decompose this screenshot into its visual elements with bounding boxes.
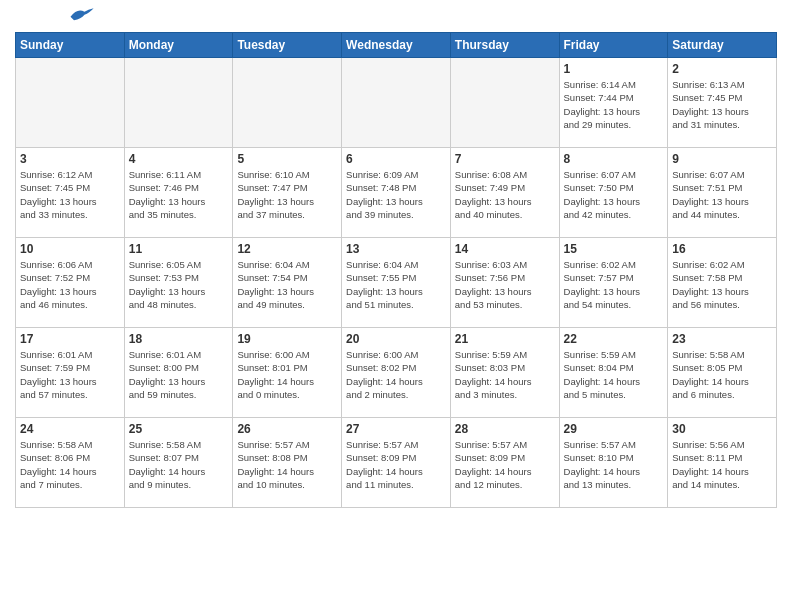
day-info: Sunrise: 5:57 AM Sunset: 8:09 PM Dayligh…	[346, 438, 446, 491]
calendar-cell: 6Sunrise: 6:09 AM Sunset: 7:48 PM Daylig…	[342, 148, 451, 238]
calendar-cell	[450, 58, 559, 148]
calendar-cell	[342, 58, 451, 148]
calendar-cell: 8Sunrise: 6:07 AM Sunset: 7:50 PM Daylig…	[559, 148, 668, 238]
day-info: Sunrise: 5:57 AM Sunset: 8:08 PM Dayligh…	[237, 438, 337, 491]
day-info: Sunrise: 6:03 AM Sunset: 7:56 PM Dayligh…	[455, 258, 555, 311]
calendar-cell: 17Sunrise: 6:01 AM Sunset: 7:59 PM Dayli…	[16, 328, 125, 418]
day-number: 30	[672, 422, 772, 436]
calendar-cell: 25Sunrise: 5:58 AM Sunset: 8:07 PM Dayli…	[124, 418, 233, 508]
day-info: Sunrise: 6:04 AM Sunset: 7:55 PM Dayligh…	[346, 258, 446, 311]
day-info: Sunrise: 5:58 AM Sunset: 8:05 PM Dayligh…	[672, 348, 772, 401]
week-row: 1Sunrise: 6:14 AM Sunset: 7:44 PM Daylig…	[16, 58, 777, 148]
calendar-cell: 18Sunrise: 6:01 AM Sunset: 8:00 PM Dayli…	[124, 328, 233, 418]
day-number: 5	[237, 152, 337, 166]
day-info: Sunrise: 6:00 AM Sunset: 8:01 PM Dayligh…	[237, 348, 337, 401]
calendar-cell: 30Sunrise: 5:56 AM Sunset: 8:11 PM Dayli…	[668, 418, 777, 508]
day-info: Sunrise: 6:08 AM Sunset: 7:49 PM Dayligh…	[455, 168, 555, 221]
calendar-cell: 27Sunrise: 5:57 AM Sunset: 8:09 PM Dayli…	[342, 418, 451, 508]
day-number: 7	[455, 152, 555, 166]
day-info: Sunrise: 6:07 AM Sunset: 7:50 PM Dayligh…	[564, 168, 664, 221]
week-row: 3Sunrise: 6:12 AM Sunset: 7:45 PM Daylig…	[16, 148, 777, 238]
calendar-day-header: Friday	[559, 33, 668, 58]
day-info: Sunrise: 5:59 AM Sunset: 8:03 PM Dayligh…	[455, 348, 555, 401]
day-number: 6	[346, 152, 446, 166]
calendar-day-header: Tuesday	[233, 33, 342, 58]
week-row: 24Sunrise: 5:58 AM Sunset: 8:06 PM Dayli…	[16, 418, 777, 508]
day-number: 15	[564, 242, 664, 256]
calendar-cell: 12Sunrise: 6:04 AM Sunset: 7:54 PM Dayli…	[233, 238, 342, 328]
calendar-day-header: Thursday	[450, 33, 559, 58]
day-number: 3	[20, 152, 120, 166]
calendar-cell: 2Sunrise: 6:13 AM Sunset: 7:45 PM Daylig…	[668, 58, 777, 148]
day-info: Sunrise: 5:59 AM Sunset: 8:04 PM Dayligh…	[564, 348, 664, 401]
day-info: Sunrise: 6:14 AM Sunset: 7:44 PM Dayligh…	[564, 78, 664, 131]
calendar-cell	[16, 58, 125, 148]
day-info: Sunrise: 6:05 AM Sunset: 7:53 PM Dayligh…	[129, 258, 229, 311]
calendar-cell: 23Sunrise: 5:58 AM Sunset: 8:05 PM Dayli…	[668, 328, 777, 418]
calendar-cell: 11Sunrise: 6:05 AM Sunset: 7:53 PM Dayli…	[124, 238, 233, 328]
day-info: Sunrise: 6:10 AM Sunset: 7:47 PM Dayligh…	[237, 168, 337, 221]
calendar-cell	[124, 58, 233, 148]
day-number: 21	[455, 332, 555, 346]
calendar-cell: 15Sunrise: 6:02 AM Sunset: 7:57 PM Dayli…	[559, 238, 668, 328]
week-row: 10Sunrise: 6:06 AM Sunset: 7:52 PM Dayli…	[16, 238, 777, 328]
day-number: 1	[564, 62, 664, 76]
calendar-cell: 24Sunrise: 5:58 AM Sunset: 8:06 PM Dayli…	[16, 418, 125, 508]
day-number: 13	[346, 242, 446, 256]
day-info: Sunrise: 6:06 AM Sunset: 7:52 PM Dayligh…	[20, 258, 120, 311]
calendar-day-header: Monday	[124, 33, 233, 58]
calendar-cell: 21Sunrise: 5:59 AM Sunset: 8:03 PM Dayli…	[450, 328, 559, 418]
day-number: 10	[20, 242, 120, 256]
calendar-cell: 14Sunrise: 6:03 AM Sunset: 7:56 PM Dayli…	[450, 238, 559, 328]
day-number: 8	[564, 152, 664, 166]
calendar-cell	[233, 58, 342, 148]
calendar-cell: 7Sunrise: 6:08 AM Sunset: 7:49 PM Daylig…	[450, 148, 559, 238]
calendar-cell: 28Sunrise: 5:57 AM Sunset: 8:09 PM Dayli…	[450, 418, 559, 508]
calendar-cell: 16Sunrise: 6:02 AM Sunset: 7:58 PM Dayli…	[668, 238, 777, 328]
day-info: Sunrise: 5:57 AM Sunset: 8:09 PM Dayligh…	[455, 438, 555, 491]
calendar-day-header: Wednesday	[342, 33, 451, 58]
day-info: Sunrise: 6:13 AM Sunset: 7:45 PM Dayligh…	[672, 78, 772, 131]
calendar-cell: 5Sunrise: 6:10 AM Sunset: 7:47 PM Daylig…	[233, 148, 342, 238]
day-info: Sunrise: 6:12 AM Sunset: 7:45 PM Dayligh…	[20, 168, 120, 221]
calendar-day-header: Saturday	[668, 33, 777, 58]
calendar-cell: 10Sunrise: 6:06 AM Sunset: 7:52 PM Dayli…	[16, 238, 125, 328]
day-number: 22	[564, 332, 664, 346]
calendar-cell: 9Sunrise: 6:07 AM Sunset: 7:51 PM Daylig…	[668, 148, 777, 238]
day-number: 2	[672, 62, 772, 76]
day-number: 27	[346, 422, 446, 436]
day-info: Sunrise: 6:01 AM Sunset: 8:00 PM Dayligh…	[129, 348, 229, 401]
calendar-day-header: Sunday	[16, 33, 125, 58]
calendar-cell: 26Sunrise: 5:57 AM Sunset: 8:08 PM Dayli…	[233, 418, 342, 508]
calendar-cell: 1Sunrise: 6:14 AM Sunset: 7:44 PM Daylig…	[559, 58, 668, 148]
day-info: Sunrise: 6:02 AM Sunset: 7:57 PM Dayligh…	[564, 258, 664, 311]
day-info: Sunrise: 5:56 AM Sunset: 8:11 PM Dayligh…	[672, 438, 772, 491]
day-info: Sunrise: 5:58 AM Sunset: 8:07 PM Dayligh…	[129, 438, 229, 491]
day-info: Sunrise: 6:02 AM Sunset: 7:58 PM Dayligh…	[672, 258, 772, 311]
logo-bird-icon	[67, 6, 95, 24]
day-number: 19	[237, 332, 337, 346]
calendar-cell: 13Sunrise: 6:04 AM Sunset: 7:55 PM Dayli…	[342, 238, 451, 328]
calendar-cell: 29Sunrise: 5:57 AM Sunset: 8:10 PM Dayli…	[559, 418, 668, 508]
day-info: Sunrise: 6:07 AM Sunset: 7:51 PM Dayligh…	[672, 168, 772, 221]
day-number: 23	[672, 332, 772, 346]
day-info: Sunrise: 5:58 AM Sunset: 8:06 PM Dayligh…	[20, 438, 120, 491]
day-number: 17	[20, 332, 120, 346]
day-number: 25	[129, 422, 229, 436]
day-info: Sunrise: 6:11 AM Sunset: 7:46 PM Dayligh…	[129, 168, 229, 221]
day-number: 29	[564, 422, 664, 436]
day-info: Sunrise: 5:57 AM Sunset: 8:10 PM Dayligh…	[564, 438, 664, 491]
page-header	[15, 10, 777, 24]
calendar-cell: 4Sunrise: 6:11 AM Sunset: 7:46 PM Daylig…	[124, 148, 233, 238]
calendar-cell: 20Sunrise: 6:00 AM Sunset: 8:02 PM Dayli…	[342, 328, 451, 418]
day-info: Sunrise: 6:01 AM Sunset: 7:59 PM Dayligh…	[20, 348, 120, 401]
logo	[15, 10, 95, 24]
week-row: 17Sunrise: 6:01 AM Sunset: 7:59 PM Dayli…	[16, 328, 777, 418]
day-number: 9	[672, 152, 772, 166]
day-number: 24	[20, 422, 120, 436]
day-info: Sunrise: 6:00 AM Sunset: 8:02 PM Dayligh…	[346, 348, 446, 401]
day-number: 18	[129, 332, 229, 346]
calendar-cell: 22Sunrise: 5:59 AM Sunset: 8:04 PM Dayli…	[559, 328, 668, 418]
day-number: 16	[672, 242, 772, 256]
day-number: 20	[346, 332, 446, 346]
